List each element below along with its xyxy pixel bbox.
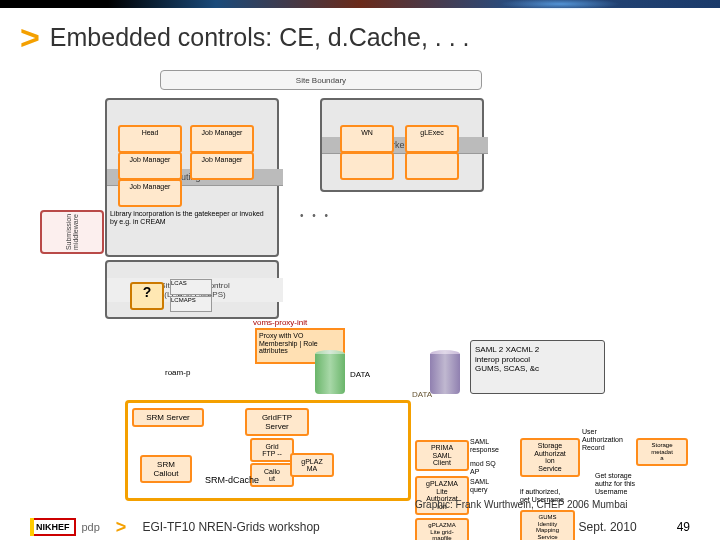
footer-event: EGI-TF10 NREN-Grids workshop [142, 520, 319, 534]
srm-callout-box: SRM Callout [140, 455, 192, 483]
glexec-box: gLExec [405, 125, 459, 153]
question-icon: ? [130, 282, 164, 310]
page-title: Embedded controls: CE, d.Cache, . . . [50, 23, 470, 52]
user-auth-record-label: User Authorization Record [582, 428, 623, 452]
gplazma-box: gPLAZ MA [290, 453, 334, 477]
roam-label: roam-p [165, 368, 190, 377]
data-label-2: DATA [412, 390, 432, 399]
head-box: Head [118, 125, 182, 153]
data-label-1: DATA [350, 370, 370, 379]
footer: NIKHEF pdp > EGI-TF10 NREN-Grids worksho… [0, 514, 720, 540]
footer-chevron-icon: > [116, 517, 127, 538]
storage-metadata-box: Storage metadat a [636, 438, 688, 466]
storage-auth-svc-box: Storage Authorizat ion Service [520, 438, 580, 477]
srm-server-box: SRM Server [132, 408, 204, 427]
protocol-panel: SAML 2 XACML 2 interop protocol GUMS, SC… [470, 340, 605, 394]
job-manager-2: Job Manager [118, 152, 182, 180]
lcmaps-box: LCMAPS [170, 296, 212, 312]
data-cylinder-2 [430, 350, 460, 395]
saml-response-label: SAML response [470, 438, 499, 454]
dots-icon: • • • [300, 210, 331, 221]
saml-query-label: SAML query [470, 478, 489, 494]
title-row: > Embedded controls: CE, d.Cache, . . . [0, 8, 720, 65]
graphic-credit: Graphic: Frank Wurthwein, CHEP 2006 Mumb… [415, 499, 628, 510]
modxsl-label: mod SQ AP [470, 460, 496, 476]
site-boundary-box: Site Boundary [160, 70, 482, 90]
nikhef-logo: NIKHEF [30, 518, 76, 536]
prima-box: PRIMA SAML Client [415, 440, 469, 471]
gridftp-pi-box: Grid FTP -- [250, 438, 294, 462]
srm-dcache-label: SRM-dCache [205, 475, 259, 485]
job-manager-4: Job Manager [118, 179, 182, 207]
top-banner [0, 0, 720, 8]
job-manager-3: Job Manager [190, 152, 254, 180]
library-text: Library incorporation is the gatekeeper … [110, 210, 270, 225]
get-storage-auth-label: Get storage authz for this Username [595, 472, 635, 496]
page-number: 49 [677, 520, 690, 534]
data-cylinder-1 [315, 350, 345, 395]
wn-sub [340, 152, 394, 180]
middleware-box: Submission middleware [40, 210, 104, 254]
diagram-area: Site Boundary Submission middleware Comp… [50, 70, 650, 460]
job-manager-1: Job Manager [190, 125, 254, 153]
gridftp-server-box: GridFTP Server [245, 408, 309, 436]
chevron-icon: > [20, 18, 40, 57]
pdp-label: pdp [82, 521, 100, 533]
voms-label: voms-proxy-init [253, 318, 307, 327]
wn-box: WN [340, 125, 394, 153]
glexec-sub [405, 152, 459, 180]
footer-date: Sept. 2010 [579, 520, 637, 534]
lcas-box: LCAS [170, 279, 212, 295]
